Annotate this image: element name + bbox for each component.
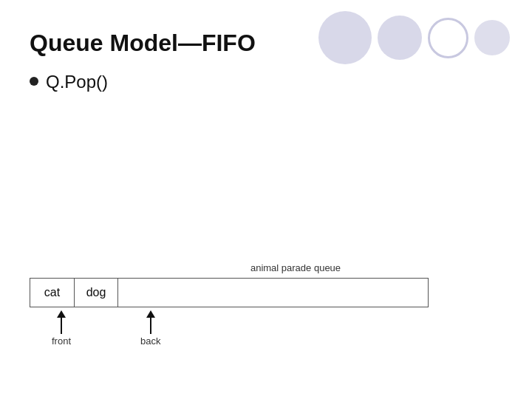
back-shaft — [150, 318, 151, 334]
front-arrowhead — [57, 310, 66, 318]
back-arrow: back — [140, 310, 160, 347]
bullet-text: Q.Pop() — [46, 72, 108, 92]
queue-cell-7 — [296, 278, 340, 307]
diagram-area: animal parade queue cat dog — [30, 262, 502, 355]
queue-cell-8 — [340, 278, 384, 307]
back-label: back — [140, 335, 160, 347]
queue-cell-cat: cat — [30, 278, 74, 307]
circle-2 — [378, 16, 422, 60]
bullet-dot — [30, 77, 38, 86]
circle-1 — [318, 11, 372, 64]
slide: Queue Model—FIFO Q.Pop() animal parade q… — [0, 0, 532, 399]
front-arrow: front — [52, 310, 71, 347]
decorative-circles — [318, 11, 510, 64]
back-arrowhead — [146, 310, 155, 318]
queue-row: cat dog — [30, 278, 502, 307]
front-shaft — [61, 318, 62, 334]
circle-4 — [474, 20, 510, 55]
bullet-section: Q.Pop() — [30, 72, 502, 92]
back-arrow-up — [146, 310, 155, 334]
queue-cell-9 — [384, 278, 429, 307]
queue-label: animal parade queue — [89, 262, 502, 273]
queue-cell-4 — [163, 278, 207, 307]
queue-cell-dog: dog — [74, 278, 118, 307]
front-label: front — [52, 335, 71, 347]
queue-cell-5 — [207, 278, 251, 307]
cell-value-cat: cat — [44, 286, 60, 299]
queue-cell-6 — [251, 278, 296, 307]
cell-value-dog: dog — [86, 286, 106, 299]
front-arrow-up — [57, 310, 66, 334]
circle-3 — [428, 18, 468, 58]
queue-cell-3 — [118, 278, 163, 307]
arrows-row: front back — [30, 310, 502, 355]
